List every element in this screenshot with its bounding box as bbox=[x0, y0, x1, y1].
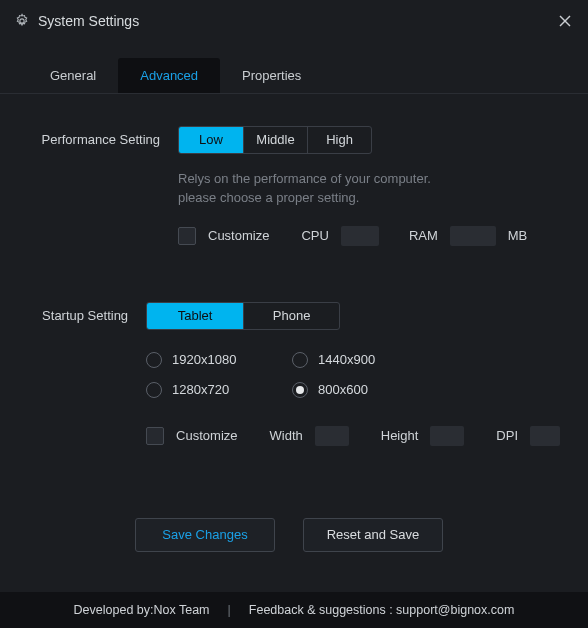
window-title: System Settings bbox=[38, 13, 139, 29]
performance-segmented: Low Middle High bbox=[178, 126, 372, 154]
gear-icon bbox=[14, 13, 30, 29]
radio-icon bbox=[292, 352, 308, 368]
content-area: Performance Setting Low Middle High Rely… bbox=[0, 94, 588, 552]
cpu-input[interactable] bbox=[341, 226, 379, 246]
perf-customize-checkbox[interactable] bbox=[178, 227, 196, 245]
dpi-input[interactable] bbox=[530, 426, 560, 446]
radio-icon bbox=[146, 352, 162, 368]
tab-properties[interactable]: Properties bbox=[220, 58, 323, 93]
titlebar: System Settings bbox=[0, 0, 588, 42]
res-1440x900[interactable]: 1440x900 bbox=[292, 352, 432, 368]
performance-hint: Relys on the performance of your compute… bbox=[178, 170, 560, 208]
height-label: Height bbox=[381, 428, 419, 443]
perf-customize-label: Customize bbox=[208, 228, 269, 243]
cpu-label: CPU bbox=[301, 228, 328, 243]
res-label: 800x600 bbox=[318, 382, 368, 397]
tab-general[interactable]: General bbox=[28, 58, 118, 93]
res-label: 1440x900 bbox=[318, 352, 375, 367]
ram-label: RAM bbox=[409, 228, 438, 243]
tab-bar: General Advanced Properties bbox=[0, 42, 588, 94]
height-input[interactable] bbox=[430, 426, 464, 446]
performance-label: Performance Setting bbox=[18, 126, 178, 246]
startup-customize-checkbox[interactable] bbox=[146, 427, 164, 445]
startup-customize-label: Customize bbox=[176, 428, 237, 443]
res-label: 1920x1080 bbox=[172, 352, 236, 367]
res-800x600[interactable]: 800x600 bbox=[292, 382, 432, 398]
footer-feedback: Feedback & suggestions : support@bignox.… bbox=[249, 603, 515, 617]
startup-tablet-button[interactable]: Tablet bbox=[147, 303, 243, 329]
save-changes-button[interactable]: Save Changes bbox=[135, 518, 275, 552]
ram-input[interactable] bbox=[450, 226, 496, 246]
res-1920x1080[interactable]: 1920x1080 bbox=[146, 352, 286, 368]
svg-point-0 bbox=[20, 19, 24, 23]
dpi-label: DPI bbox=[496, 428, 518, 443]
performance-hint-line1: Relys on the performance of your compute… bbox=[178, 170, 560, 189]
perf-low-button[interactable]: Low bbox=[179, 127, 243, 153]
startup-label: Startup Setting bbox=[18, 302, 146, 446]
perf-middle-button[interactable]: Middle bbox=[243, 127, 307, 153]
res-label: 1280x720 bbox=[172, 382, 229, 397]
startup-phone-button[interactable]: Phone bbox=[243, 303, 339, 329]
radio-icon bbox=[292, 382, 308, 398]
mb-label: MB bbox=[508, 228, 528, 243]
width-input[interactable] bbox=[315, 426, 349, 446]
reset-and-save-button[interactable]: Reset and Save bbox=[303, 518, 443, 552]
close-icon[interactable] bbox=[556, 12, 574, 30]
startup-segmented: Tablet Phone bbox=[146, 302, 340, 330]
performance-hint-line2: please choose a proper setting. bbox=[178, 189, 560, 208]
perf-high-button[interactable]: High bbox=[307, 127, 371, 153]
res-1280x720[interactable]: 1280x720 bbox=[146, 382, 286, 398]
radio-icon bbox=[146, 382, 162, 398]
footer-developed: Developed by:Nox Team bbox=[74, 603, 210, 617]
tab-advanced[interactable]: Advanced bbox=[118, 58, 220, 93]
footer-separator: | bbox=[228, 603, 231, 617]
width-label: Width bbox=[270, 428, 303, 443]
footer: Developed by:Nox Team | Feedback & sugge… bbox=[0, 592, 588, 628]
